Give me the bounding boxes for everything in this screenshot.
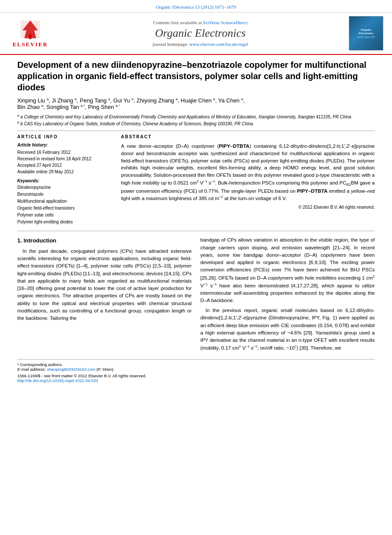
- homepage-link[interactable]: www.elsevier.com/locate/orgel: [189, 41, 248, 47]
- journal-center: Contents lists available at SciVerse Sci…: [52, 20, 349, 47]
- abstract-text: A new donor–acceptor (D–A) copolymer (PI…: [121, 143, 375, 202]
- body-col-left: 1. Introduction In the past decade, conj…: [17, 236, 192, 354]
- body-col-right: bandgap of CPs allows variation in absor…: [201, 236, 375, 354]
- cover-sub: ISSN 1566-1199: [357, 36, 375, 38]
- intro-para-3: In the previous report, organic small mo…: [201, 307, 375, 352]
- doi-note: http://dx.doi.org/10.1016/j.orgel.2012.0…: [17, 378, 375, 383]
- keyword-6: Polymer light-emitting diodes: [17, 219, 112, 226]
- page-container: Organic Electronics 13 (2012) 1671–1679 …: [0, 0, 392, 387]
- keyword-2: Benzotriazole: [17, 191, 112, 198]
- keyword-3: Multifunctional application: [17, 198, 112, 205]
- keyword-4: Organic field-effect transistors: [17, 205, 112, 212]
- journal-cover-image: Organic Electronics ISSN 1566-1199: [349, 16, 383, 51]
- copyright-line: © 2012 Elsevier B.V. All rights reserved…: [121, 205, 375, 210]
- email-note: E-mail address: shenping8020029163.com (…: [17, 367, 375, 372]
- email-link[interactable]: shenping8020029163.com: [47, 367, 96, 372]
- keyword-1: Diindenopyrazine: [17, 184, 112, 191]
- affiliations: a a College of Chemistry and Key Laborat…: [17, 113, 375, 127]
- journal-title-banner: Organic Electronics: [52, 27, 349, 40]
- article-info-column: ARTICLE INFO Article history: Received 1…: [17, 134, 112, 226]
- body-divider: [17, 231, 375, 231]
- article-content: Development of a new diindenopyrazine–be…: [0, 55, 392, 387]
- abstract-column: ABSTRACT A new donor–acceptor (D–A) copo…: [121, 134, 375, 226]
- received-date: Received 16 February 2012: [17, 149, 112, 156]
- polymer-name: PIPY–DTBTA: [219, 143, 249, 149]
- section1-title: 1. Introduction: [17, 236, 192, 245]
- keyword-5: Polymer solar cells: [17, 212, 112, 219]
- doi-link[interactable]: http://dx.doi.org/10.1016/j.orgel.2012.0…: [17, 378, 98, 383]
- elsevier-logo: ELSEVIER: [9, 19, 52, 48]
- revised-date: Received in revised form 18 April 2012: [17, 156, 112, 162]
- journal-ref-link[interactable]: Organic Electronics 13 (2012) 1671–1679: [156, 4, 236, 10]
- article-title: Development of a new diindenopyrazine–be…: [17, 59, 375, 93]
- accepted-date: Accepted 27 April 2012: [17, 162, 112, 169]
- svg-rect-2: [29, 34, 31, 39]
- abstract-heading: ABSTRACT: [121, 134, 375, 139]
- elsevier-tree-icon: [17, 19, 43, 40]
- polymer-name-2: PIPY–DTBTA: [297, 188, 328, 194]
- footnote-area: * Corresponding authors. E-mail address:…: [17, 359, 375, 383]
- article-info-heading: ARTICLE INFO: [17, 134, 112, 139]
- online-date: Available online 29 May 2012: [17, 169, 112, 175]
- intro-para-2: bandgap of CPs allows variation in absor…: [201, 236, 375, 304]
- article-divider: [17, 131, 375, 131]
- history-label: Article history:: [17, 143, 112, 147]
- authors-line: Xinping Liu a, Ji Zhang b, Peng Tang a, …: [17, 97, 375, 111]
- journal-header: Organic Electronics 13 (2012) 1671–1679: [0, 0, 392, 13]
- intro-para-1: In the past decade, conjugated polymers …: [17, 248, 192, 322]
- cover-title: Organic Electronics: [359, 28, 373, 35]
- body-two-col: 1. Introduction In the past decade, conj…: [17, 236, 375, 354]
- elsevier-wordmark: ELSEVIER: [13, 41, 48, 48]
- journal-banner: ELSEVIER Contents lists available at Sci…: [0, 13, 392, 55]
- issn-note: 1566-1199/$ - see front matter © 2012 El…: [17, 373, 375, 378]
- corresponding-note: * Corresponding authors.: [17, 362, 375, 367]
- sciverse-link[interactable]: SciVerse ScienceDirect: [203, 20, 248, 25]
- journal-homepage: journal homepage: www.elsevier.com/locat…: [52, 41, 349, 47]
- keywords-label: Keywords:: [17, 178, 112, 183]
- sciverse-line: Contents lists available at SciVerse Sci…: [52, 20, 349, 25]
- article-info-abstract: ARTICLE INFO Article history: Received 1…: [17, 134, 375, 226]
